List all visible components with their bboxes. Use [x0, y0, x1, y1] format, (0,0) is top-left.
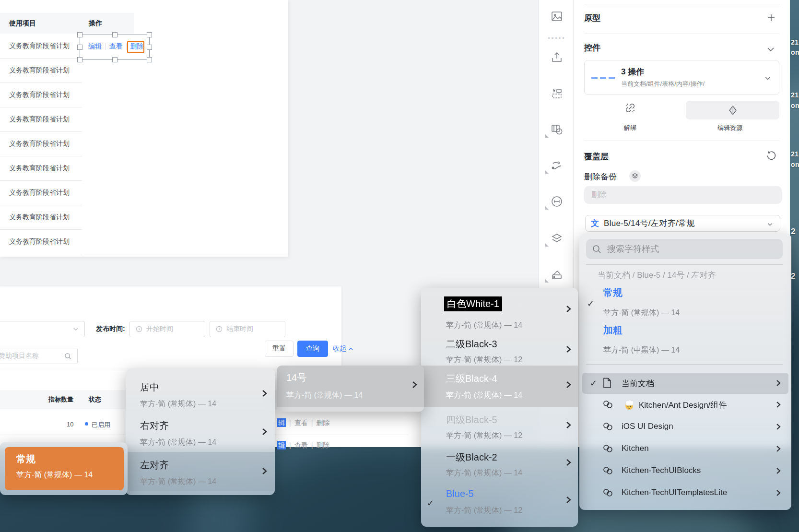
project-name-input[interactable]: 赞助项目名称 — [0, 348, 78, 364]
link-icon — [602, 421, 614, 432]
selection-handle[interactable] — [112, 57, 118, 62]
chef-emoji-icon — [623, 399, 635, 411]
menu-item-14[interactable]: 14号 苹方-简 (常规体) — 14 — [277, 366, 424, 407]
menu-item-black-5[interactable]: 四级Black-5 苹方-简 (常规体) — 12 — [421, 410, 578, 447]
style-search-input[interactable]: 搜索字符样式 — [586, 239, 783, 259]
menu-item-black-2[interactable]: 一级Black-2 苹方-简 (常规体) — 14 — [421, 447, 578, 484]
cell-project: 义务教育阶段省计划 — [9, 140, 70, 148]
table-row: 义务教育阶段省计划 — [0, 156, 134, 180]
reset-icon[interactable] — [765, 150, 777, 162]
start-time-placeholder: 开始时间 — [146, 325, 173, 333]
layers-tool[interactable] — [550, 231, 564, 246]
selection-handle[interactable] — [147, 32, 152, 37]
view-link[interactable]: 查看 — [294, 441, 308, 449]
reset-button[interactable]: 重置 — [265, 341, 294, 357]
chevron-right-icon — [775, 445, 782, 453]
unbind-icon[interactable] — [624, 102, 636, 114]
slice-tool[interactable] — [550, 86, 564, 101]
menu-item-sub: 苹方-简 (常规体) — 14 — [140, 437, 216, 448]
controls-collapse-icon[interactable] — [766, 45, 775, 54]
menu-item-sub: 苹方-简 (常规体) — 14 — [446, 468, 522, 478]
controls-section-title: 控件 — [584, 42, 600, 53]
menu-item-title: 四级Black-5 — [446, 414, 497, 426]
column-header-project: 使用项目 — [9, 19, 81, 28]
selection-handle[interactable] — [77, 45, 82, 50]
more-tools-handle[interactable]: ••••• — [550, 31, 564, 45]
library-item-current-document[interactable]: ✓ 当前文档 — [582, 373, 788, 394]
table-row: 义务教育阶段省计划 — [0, 107, 134, 131]
style-context-path: 当前文档 / Blue-5 / 14号 / 左对齐 — [598, 270, 716, 281]
library-label: iOS UI Design — [622, 422, 673, 431]
add-prototype-icon[interactable] — [766, 13, 776, 23]
component-card[interactable]: 3 操作 当前文档/组件/表格/内容/操作/ — [584, 60, 779, 95]
query-button[interactable]: 查询 — [297, 341, 328, 357]
chevron-down-icon — [767, 221, 773, 227]
cell-project: 义务教育阶段省计划 — [9, 189, 70, 197]
view-link[interactable]: 查看 — [294, 419, 308, 426]
text-style-select[interactable]: 文 Blue-5/14号/左对齐/常规 — [585, 215, 780, 232]
library-item-kitchen-techuitemplateslite[interactable]: Kitchen-TechUITemplatesLite — [582, 483, 788, 504]
clock-icon — [216, 326, 223, 332]
column-header-ops: 操作 — [89, 19, 102, 28]
desktop-text-fragment: on — [791, 48, 799, 56]
menu-item-left[interactable]: 左对齐 苹方-简 (常规体) — 14 — [126, 452, 275, 491]
chart-component-tool[interactable] — [550, 122, 564, 137]
search-icon — [592, 245, 601, 254]
desktop-text-fragment: on — [791, 102, 799, 109]
text-style-dropdown: 搜索字符样式 当前文档 / Blue-5 / 14号 / 左对齐 ✓ 常规 苹方… — [579, 234, 791, 510]
chevron-right-icon — [564, 344, 572, 354]
screen: 21- on 21- on 21- on 2 2 使用项目 操作 义务教育阶段省… — [0, 0, 799, 532]
layers-badge-icon[interactable] — [629, 170, 641, 182]
chevron-right-icon — [260, 389, 268, 398]
chevron-right-icon — [260, 466, 268, 476]
collapse-link[interactable]: 收起 — [333, 344, 353, 353]
export-tool[interactable] — [550, 50, 564, 65]
delete-link[interactable]: 删除 — [316, 419, 329, 426]
end-time-input[interactable]: 结束时间 — [210, 321, 285, 337]
selection-handle[interactable] — [147, 45, 152, 50]
row-action-links: 辑|查看|删除 — [277, 441, 329, 450]
style-option-title: 常规 — [603, 286, 623, 299]
selection-handle[interactable] — [77, 57, 82, 62]
library-item-kitchen-ant-design[interactable]: Kitchen/Ant Design/组件 — [582, 394, 788, 415]
palette-tool[interactable] — [550, 267, 564, 282]
selection-handle[interactable] — [112, 32, 118, 37]
selection-handle[interactable] — [147, 57, 152, 62]
prototype-section-title: 原型 — [584, 12, 600, 24]
document-icon — [602, 378, 612, 389]
delete-backup-placeholder: 删除 — [591, 190, 607, 200]
menu-item-black-4[interactable]: 三级Black-4 苹方-简 (常规体) — 14 — [421, 366, 578, 407]
menu-item-white-1[interactable]: 白色White-1 苹方-简 (常规体) — 14 — [421, 293, 578, 330]
chevron-down-icon — [764, 75, 771, 82]
cell-count: 10 — [67, 421, 73, 428]
selection-handle[interactable] — [77, 32, 82, 37]
end-time-placeholder: 结束时间 — [226, 325, 253, 333]
filter-select[interactable] — [0, 321, 85, 337]
menu-item-blue-5[interactable]: ✓ Blue-5 苹方-简 (常规体) — 12 — [421, 485, 578, 521]
library-item-ios-ui-design[interactable]: iOS UI Design — [582, 416, 788, 437]
connector-tool[interactable] — [550, 158, 564, 173]
menu-item-sub: 苹方-简 (常规体) — 14 — [286, 390, 363, 401]
chevron-right-icon — [775, 489, 782, 497]
edit-resource-button[interactable] — [686, 101, 779, 119]
style-search-placeholder: 搜索字符样式 — [607, 243, 659, 255]
image-tool[interactable] — [550, 9, 564, 24]
desktop-text-fragment: 21- — [791, 91, 799, 99]
artboard-plan-table: 使用项目 操作 义务教育阶段省计划 义务教育阶段省计划 义务教育阶段省计划 义务… — [0, 0, 288, 257]
chevron-right-icon — [775, 401, 782, 409]
menu-item-right[interactable]: 右对齐 苹方-简 (常规体) — 14 — [126, 413, 275, 452]
delete-backup-input[interactable]: 删除 — [584, 186, 782, 204]
delete-link[interactable]: 删除 — [316, 441, 329, 449]
desktop-text-fragment: 21- — [791, 150, 799, 158]
text-width-tool[interactable] — [550, 194, 564, 209]
chevron-up-icon — [348, 346, 353, 352]
library-item-kitchen-techuiblocks[interactable]: Kitchen-TechUIBlocks — [582, 461, 788, 482]
menu-item-sub: 苹方-简 (常规体) — 14 — [140, 477, 216, 487]
selection-rect[interactable] — [80, 35, 150, 60]
menu-item-center[interactable]: 居中 苹方-简 (常规体) — 14 — [126, 374, 275, 414]
library-item-kitchen[interactable]: Kitchen — [582, 438, 788, 460]
link-icon — [602, 487, 614, 498]
menu-item-regular-selected[interactable]: 常规 苹方-简 (常规体) — 14 — [5, 447, 124, 490]
table-header-row: 使用项目 操作 — [0, 13, 134, 34]
start-time-input[interactable]: 开始时间 — [129, 321, 205, 337]
